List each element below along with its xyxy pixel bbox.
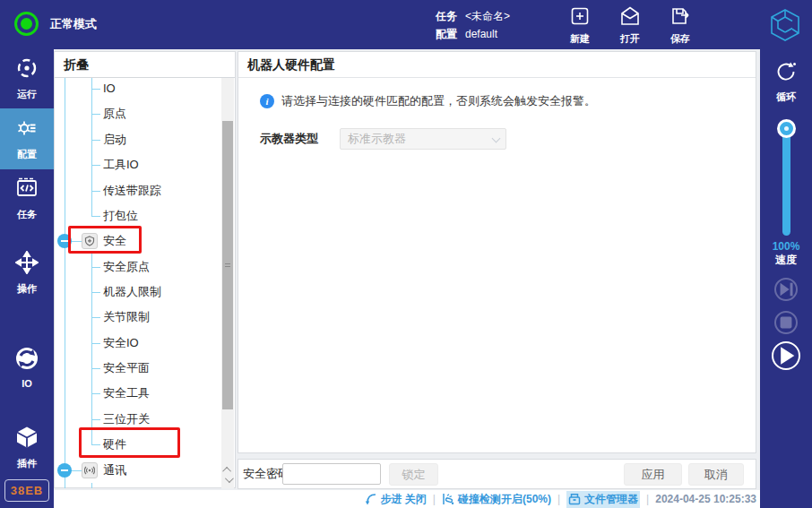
tree-scrollbar-thumb[interactable] [222,121,233,409]
loop-icon [774,60,798,87]
tree-scrollbar[interactable] [221,78,234,488]
right-control-rail: 循环 100% 速度 [760,49,812,508]
tree-item-safety-planes[interactable]: 安全平面 [55,356,220,381]
tree-item-communication[interactable]: 通讯 [55,458,220,483]
config-value: default [465,25,497,43]
config-label: 配置 [436,25,457,43]
apply-button[interactable]: 应用 [624,463,682,486]
info-banner: i 请选择与连接的硬件匹配的配置，否则系统会触发安全报警。 [260,93,596,109]
tree-item-tool-io[interactable]: 工具IO [55,152,220,177]
cancel-button[interactable]: 取消 [688,463,744,486]
loop-mode-button[interactable]: 循环 [760,60,812,104]
tree-branch-line [91,483,92,488]
tree-item-startup[interactable]: 启动 [55,127,220,152]
tree-item-home[interactable]: 原点 [55,101,220,126]
task-code-icon [15,177,39,203]
save-button[interactable]: 保存 [661,5,700,46]
nav-item-plugin[interactable]: 插件 [0,423,54,473]
nav-item-run[interactable]: 运行 [0,49,54,108]
run-icon [15,56,39,83]
io-cycle-icon [15,347,39,374]
file-manager-icon [568,493,581,505]
shield-plus-icon [82,233,98,249]
speed-readout: 100% 速度 [760,240,812,267]
tree-item-safety-home[interactable]: 安全原点 [55,254,220,280]
open-file-icon [619,5,641,30]
tree-item-robot-limits[interactable]: 机器人限制 [55,280,220,305]
task-value: <未命名> [465,7,510,25]
task-label: 任务 [436,7,457,25]
left-nav: 运行 配置 任务 操作 IO 插件 38EB [0,49,54,508]
new-file-icon [569,5,591,30]
step-status-icon [365,493,377,505]
main-panel: 机器人硬件配置 i 请选择与连接的硬件匹配的配置，否则系统会触发安全报警。 示教… [238,51,756,453]
nav-item-config[interactable]: 配置 [0,108,54,169]
file-manager-button[interactable]: 文件管理器 [566,491,640,508]
collapse-toggle-icon[interactable] [57,463,72,478]
system-timestamp: 2024-04-25 10:25:33 [655,493,756,505]
robot-mode-status: 正常模式 [14,12,97,36]
tree-item-pack-position[interactable]: 打包位 [55,203,220,228]
tree-item-safety[interactable]: 安全 [55,228,220,254]
toolbar: 新建 打开 保存 [560,5,700,46]
operate-move-icon [15,251,39,278]
config-tree: IO 原点 启动 工具IO 传送带跟踪 打包位 安全 安全原点 机器人限制 关节… [55,78,221,488]
pendant-type-select[interactable]: 标准示教器 [340,128,506,150]
speed-label: 速度 [760,254,812,267]
tree-item-hardware[interactable]: 硬件 [55,432,220,457]
config-gear-icon [15,116,39,143]
antenna-icon [82,462,98,478]
nav-item-task[interactable]: 任务 [0,169,54,228]
tree-item-conveyor[interactable]: 传送带跟踪 [55,178,220,203]
collision-detection-status[interactable]: 碰撞检测开启(50%) [442,492,551,507]
play-button[interactable] [772,341,800,370]
pendant-type-label: 示教器类型 [260,131,340,147]
separator: | [557,493,560,505]
config-tree-panel: 折叠 IO 原点 启动 工具IO 传送带跟踪 打包位 安全 安全原点 机器人限制… [54,51,236,488]
status-bar: 步进 关闭 | 碰撞检测开启(50%) | 文件管理器 | 2024-04-25… [54,490,760,508]
separator: | [646,493,649,505]
lock-button[interactable]: 锁定 [389,463,438,486]
safety-password-bar: 安全密码: 锁定 应用 取消 [238,459,756,489]
tree-item-io[interactable]: IO [55,76,220,101]
separator: | [433,493,436,505]
nav-item-operate[interactable]: 操作 [0,248,54,298]
collapse-toggle-icon[interactable] [57,234,72,248]
safety-password-input[interactable] [282,463,381,485]
step-forward-button[interactable] [774,278,798,301]
speed-slider-track[interactable] [782,126,790,236]
step-mode-status[interactable]: 步进 关闭 [365,492,427,507]
info-text: 请选择与连接的硬件匹配的配置，否则系统会触发安全报警。 [281,93,596,109]
collapse-tree-button[interactable]: 折叠 [55,52,235,78]
open-button[interactable]: 打开 [610,5,650,46]
app-root: 正常模式 任务 <未命名> 配置 default 新建 打开 保存 [0,0,812,508]
task-config-summary: 任务 <未命名> 配置 default [436,7,510,43]
info-icon: i [260,94,274,108]
stop-icon [776,313,796,332]
pendant-type-field: 示教器类型 标准示教器 [260,128,506,150]
plugin-cube-icon [15,426,39,452]
step-forward-icon [776,280,796,299]
tree-item-three-position-switch[interactable]: 三位开关 [55,407,220,432]
tree-item-safety-io[interactable]: 安全IO [55,331,220,356]
save-icon [669,5,691,30]
speed-value: 100% [760,240,812,254]
new-button[interactable]: 新建 [560,5,600,46]
speed-slider-thumb[interactable] [777,119,796,138]
mode-indicator-icon [14,12,39,36]
status-code-badge[interactable]: 38EB [4,479,49,502]
tree-item-safety-tool[interactable]: 安全工具 [55,381,220,406]
nav-item-io[interactable]: IO [0,342,54,392]
brand-logo-icon [769,8,801,42]
play-icon [773,343,799,368]
tree-item-joint-limits[interactable]: 关节限制 [55,305,220,330]
tree-scroll-arrows [221,461,234,488]
stop-button[interactable] [774,311,798,334]
mode-label: 正常模式 [50,16,97,32]
top-bar: 正常模式 任务 <未命名> 配置 default 新建 打开 保存 [0,0,812,49]
page-title: 机器人硬件配置 [238,52,756,78]
collision-status-icon [442,493,454,505]
dropdown-chevron-icon [492,134,501,143]
